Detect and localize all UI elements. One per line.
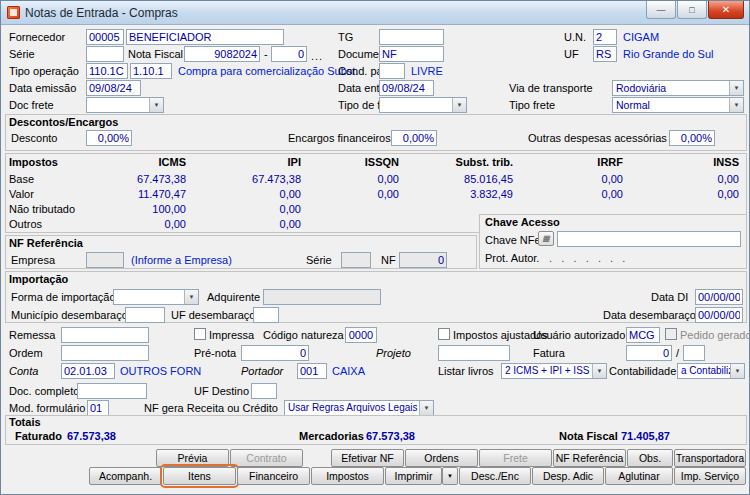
impostos-button[interactable]: Impostos: [311, 467, 384, 485]
minimize-button[interactable]: —: [646, 1, 676, 19]
nf-gera-value: Usar Regras Arquivos Legais: [288, 402, 419, 413]
tipo-operacao-desc-text: Compra para comercialização Subst.: [178, 65, 358, 77]
fornecedor-code-input[interactable]: [86, 29, 124, 45]
data-emissao-label: Data emissão: [9, 82, 76, 94]
nf-ref-nf-input[interactable]: [399, 252, 447, 268]
pre-nota-input[interactable]: [241, 345, 309, 361]
desc-enc-button[interactable]: Desc./Enc: [459, 467, 531, 485]
data-emissao-input[interactable]: [86, 80, 141, 96]
chevron-down-icon: ▼: [447, 473, 453, 479]
conta-input[interactable]: [61, 363, 115, 379]
data-di-input[interactable]: [695, 289, 743, 305]
data-desembaraco-label: Data desembaraço: [603, 309, 696, 321]
pedido-gerado-checkbox: [665, 328, 677, 340]
app-icon: [7, 6, 20, 19]
efetivar-nf-button[interactable]: Efetivar NF: [331, 449, 404, 467]
aglutinar-button[interactable]: Aglutinar: [605, 467, 673, 485]
titlebar[interactable]: Notas de Entrada - Compras — □ ✕: [1, 1, 749, 25]
tipo-operacao-code1-input[interactable]: [86, 63, 128, 79]
fatura-sub-input[interactable]: [683, 345, 705, 361]
via-transporte-select[interactable]: Rodoviária ▼: [612, 80, 744, 96]
portador-input[interactable]: [297, 363, 327, 379]
chave-nfe-button[interactable]: ▦: [538, 231, 554, 246]
transportadora-button[interactable]: Transportadora: [674, 449, 746, 467]
municipio-desembaraco-label: Município desembaraço: [11, 309, 128, 321]
tipo-de-frete-select[interactable]: ▼: [379, 97, 467, 113]
impostos-cell: 0,00: [91, 218, 186, 230]
descontos-title: Descontos/Encargos: [9, 116, 118, 128]
ordem-label: Ordem: [9, 347, 43, 359]
doc-completo-label: Doc. completo: [9, 385, 79, 397]
listar-livros-select[interactable]: 2 ICMS + IPI + ISS ▼: [501, 363, 607, 379]
uf-desembaraco-input[interactable]: [253, 307, 279, 323]
uf-destino-label: UF Destino: [194, 385, 249, 397]
uf-input[interactable]: [593, 46, 617, 62]
obs-button[interactable]: Obs.: [627, 449, 673, 467]
nota-fiscal-input[interactable]: [184, 46, 260, 62]
empresa-hint-text: (Informe a Empresa): [131, 254, 232, 266]
imp-servico-button[interactable]: Imp. Serviço: [674, 467, 746, 485]
acompanh-button[interactable]: Acompanh.: [89, 467, 162, 485]
desconto-input[interactable]: [86, 130, 132, 146]
impostos-cell: 0,00: [644, 173, 739, 185]
data-desembaraco-input[interactable]: [695, 307, 743, 323]
data-entrada-input[interactable]: [379, 80, 434, 96]
fornecedor-name-input[interactable]: [126, 29, 284, 45]
empresa-input[interactable]: [86, 252, 124, 268]
ordem-input[interactable]: [61, 345, 149, 361]
tipo-operacao-code2-input[interactable]: [130, 63, 172, 79]
chave-nfe-input[interactable]: [557, 231, 741, 247]
mod-formulario-input[interactable]: [87, 400, 109, 416]
desp-adic-button[interactable]: Desp. Adic: [532, 467, 604, 485]
via-transporte-label: Via de transporte: [509, 82, 593, 94]
doc-frete-label: Doc frete: [9, 99, 54, 111]
tg-input[interactable]: [379, 29, 444, 45]
close-button[interactable]: ✕: [708, 1, 744, 19]
nf-ref-serie-input[interactable]: [341, 252, 371, 268]
faturado-value: 67.573,38: [67, 430, 116, 442]
nota-fiscal-sub-input[interactable]: [271, 46, 307, 62]
itens-button[interactable]: Itens: [163, 467, 236, 485]
fatura-input[interactable]: [626, 345, 672, 361]
via-transporte-value: Rodoviária: [616, 82, 729, 94]
forma-importacao-select[interactable]: ▼: [113, 289, 199, 305]
imprimir-button[interactable]: Imprimir: [385, 467, 442, 485]
impostos-cell: 67.473,38: [206, 173, 301, 185]
ordens-button[interactable]: Ordens: [405, 449, 478, 467]
usuario-autorizado-input[interactable]: [626, 327, 660, 343]
adquirente-input[interactable]: [263, 289, 381, 305]
codigo-natureza-input[interactable]: [345, 327, 377, 343]
outras-despesas-input[interactable]: [669, 130, 715, 146]
maximize-button[interactable]: □: [677, 1, 707, 19]
impressa-checkbox[interactable]: [194, 328, 206, 340]
impostos-ajustados-checkbox[interactable]: [438, 328, 450, 340]
importacao-title: Importação: [9, 273, 68, 285]
nota-fiscal-total-label: Nota Fiscal: [559, 430, 618, 442]
imprimir-dropdown-button[interactable]: ▼: [442, 467, 458, 485]
impostos-cell: 11.470,47: [91, 188, 186, 200]
projeto-input[interactable]: [438, 345, 510, 361]
uf-destino-input[interactable]: [251, 383, 277, 399]
previa-button[interactable]: Prévia: [156, 449, 229, 467]
impostos-col-ipi: IPI: [206, 156, 301, 168]
remessa-input[interactable]: [61, 327, 149, 343]
doc-completo-input[interactable]: [77, 383, 147, 399]
nf-referencia-button[interactable]: NF Referência: [553, 449, 626, 467]
contabilidade-select[interactable]: a Contabilizar ▼: [677, 363, 745, 379]
financeiro-button[interactable]: Financeiro: [237, 467, 310, 485]
impostos-cell: 0,00: [528, 173, 623, 185]
listar-livros-label: Listar livros: [438, 365, 494, 377]
cond-pag-input[interactable]: [379, 63, 405, 79]
chave-acesso-title: Chave Acesso: [485, 216, 560, 228]
encargos-input[interactable]: [391, 130, 437, 146]
nota-fiscal-browse-button[interactable]: ...: [311, 50, 323, 62]
municipio-desembaraco-input[interactable]: [125, 307, 165, 323]
doc-frete-select[interactable]: ▼: [86, 97, 164, 113]
un-input[interactable]: [593, 29, 617, 45]
fornecedor-label: Fornecedor: [9, 31, 65, 43]
documento-input[interactable]: [379, 46, 444, 62]
nf-ref-serie-label: Série: [306, 254, 332, 266]
tipo-frete-select[interactable]: Normal ▼: [612, 97, 744, 113]
nf-gera-select[interactable]: Usar Regras Arquivos Legais ▼: [284, 400, 434, 416]
serie-input[interactable]: [86, 46, 124, 62]
